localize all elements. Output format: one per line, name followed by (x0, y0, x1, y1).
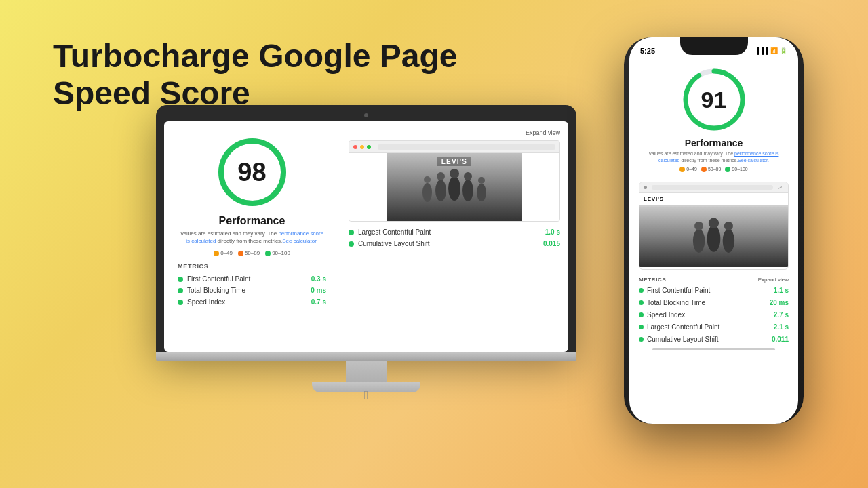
phone-score-number: 91 (701, 87, 727, 113)
desktop-metric-lcp: Largest Contentful Paint 1.0 s (349, 228, 560, 236)
svg-point-8 (464, 172, 472, 180)
phone-calc-link[interactable]: See calculator. (738, 158, 769, 163)
desktop-calc-link[interactable]: See calculator. (282, 238, 317, 244)
close-btn (353, 145, 357, 149)
desktop-metric-si: Speed Index 0.7 s (178, 298, 326, 306)
heading-line1: Turbocharge Google Page (53, 37, 458, 75)
phone-fcp-label: First Contentful Paint (647, 287, 710, 294)
phone-metric-cls: Cumulative Layout Shift 0.011 (639, 336, 789, 343)
phone-tbt-dot (639, 300, 644, 305)
phone-si-dot (639, 312, 644, 317)
imac-camera (364, 113, 368, 117)
imac-screen-outer: 98 Performance Values are estimated and … (156, 105, 576, 352)
phone-legend: 0–49 50–89 90–100 (679, 167, 747, 172)
desktop-cls-label: Cumulative Layout Shift (358, 240, 430, 247)
phone-fcp-dot (639, 288, 644, 293)
desktop-expand-label[interactable]: Expand view (349, 129, 560, 136)
desktop-metrics-title: METRICS (178, 263, 326, 270)
svg-point-6 (450, 169, 459, 178)
imac-device: 98 Performance Values are estimated and … (156, 105, 576, 403)
phone-tbt-label: Total Blocking Time (647, 299, 705, 306)
phone-lcp-dot (639, 325, 644, 329)
signal-icon: ▐▐▐ (755, 47, 768, 54)
svg-point-3 (435, 180, 446, 201)
svg-point-9 (422, 183, 432, 202)
phone-status-icons: ▐▐▐ 📶 🔋 (755, 47, 787, 54)
phone-site-caption: It's A Mindset ™ (639, 267, 788, 269)
phone-metric-lcp: Largest Contentful Paint 2.1 s (639, 323, 789, 331)
phone-device: 5:25 ▐▐▐ 📶 🔋 91 (624, 37, 804, 424)
desktop-perf-subtext: Values are estimated and may vary. The p… (178, 230, 326, 245)
svg-point-11 (477, 184, 486, 201)
phone-metric-tbt: Total Blocking Time 20 ms (639, 299, 789, 306)
phone-cls-dot (639, 337, 644, 342)
svg-point-4 (437, 172, 445, 180)
desktop-tbt-dot (178, 288, 183, 293)
desktop-legend: 0–49 50–89 90–100 (214, 250, 290, 256)
desktop-metric-tbt: Total Blocking Time 0 ms (178, 287, 326, 294)
desktop-score-number: 98 (237, 158, 266, 187)
svg-point-5 (448, 176, 460, 201)
phone-site-dot1 (644, 186, 647, 189)
phone-perf-label: Performance (685, 138, 743, 148)
phone-site-icon1: ↗ (778, 184, 783, 190)
phone-cls-value: 0.011 (772, 336, 789, 343)
phone-screen: 5:25 ▐▐▐ 📶 🔋 91 (629, 37, 798, 424)
svg-point-12 (478, 177, 485, 184)
phone-lcp-label: Largest Contentful Paint (647, 323, 719, 331)
wifi-icon: 📶 (770, 47, 778, 54)
phone-cls-label: Cumulative Layout Shift (647, 336, 719, 343)
phone-lcp-value: 2.1 s (774, 323, 789, 331)
desktop-fcp-dot (178, 277, 183, 282)
desktop-left-panel: 98 Performance Values are estimated and … (164, 121, 340, 352)
svg-point-10 (424, 176, 431, 183)
imac-neck (346, 361, 387, 382)
apple-logo-icon:  (156, 388, 576, 403)
desktop-fcp-label: First Contentful Paint (187, 275, 250, 283)
phone-expand-label[interactable]: Expand view (758, 277, 789, 283)
desktop-perf-label: Performance (219, 215, 285, 227)
page-heading: Turbocharge Google Page Speed Score (53, 37, 458, 112)
phone-metric-si: Speed Index 2.7 s (639, 311, 789, 319)
svg-point-7 (462, 180, 473, 201)
svg-point-19 (709, 218, 719, 228)
phone-site-logo: LEVI'S (639, 193, 788, 205)
desktop-si-dot (178, 300, 183, 305)
desktop-cls-dot (349, 241, 354, 247)
desktop-cls-value: 0.015 (543, 240, 560, 247)
phone-metrics-title: METRICS (639, 277, 666, 283)
imac-screen: 98 Performance Values are estimated and … (164, 121, 568, 352)
desktop-site-bar (349, 141, 559, 153)
desktop-right-metrics: Largest Contentful Paint 1.0 s Cumulativ… (349, 228, 560, 247)
battery-icon: 🔋 (780, 47, 787, 54)
phone-address-bar (652, 185, 773, 190)
address-bar (378, 144, 555, 150)
svg-point-18 (707, 225, 721, 251)
desktop-right-panel: Expand view LEVI'S (340, 121, 568, 352)
phone-si-value: 2.7 s (774, 311, 789, 319)
phone-notch (680, 37, 748, 55)
phone-time: 5:25 (640, 47, 655, 55)
desktop-score-ring: 98 (215, 135, 290, 209)
desktop-site-preview: LEVI'S (349, 140, 560, 222)
phone-metric-fcp: First Contentful Paint 1.1 s (639, 287, 789, 294)
desktop-metric-cls: Cumulative Layout Shift 0.015 (349, 240, 560, 247)
desktop-lcp-label: Largest Contentful Paint (358, 228, 431, 236)
svg-point-17 (694, 222, 703, 230)
desktop-si-value: 0.7 s (311, 298, 326, 306)
phone-site-photo (639, 205, 788, 268)
phone-site-preview: ↗ LEVI'S (639, 182, 789, 270)
maximize-btn (367, 145, 371, 149)
phone-outer: 5:25 ▐▐▐ 📶 🔋 91 (624, 37, 804, 424)
phone-metrics-header: METRICS Expand view (639, 277, 789, 283)
desktop-lcp-dot (349, 230, 354, 235)
phone-score-ring: 91 (680, 66, 748, 134)
desktop-tbt-value: 0 ms (311, 287, 326, 294)
svg-point-21 (724, 222, 733, 230)
phone-content: 91 Performance Values are estimated and … (629, 60, 798, 361)
desktop-site-content: LEVI'S (349, 153, 559, 221)
desktop-tbt-label: Total Blocking Time (187, 287, 245, 294)
phone-site-bar: ↗ (639, 182, 788, 193)
phone-si-label: Speed Index (647, 311, 685, 319)
phone-scroll-bar (652, 348, 775, 350)
